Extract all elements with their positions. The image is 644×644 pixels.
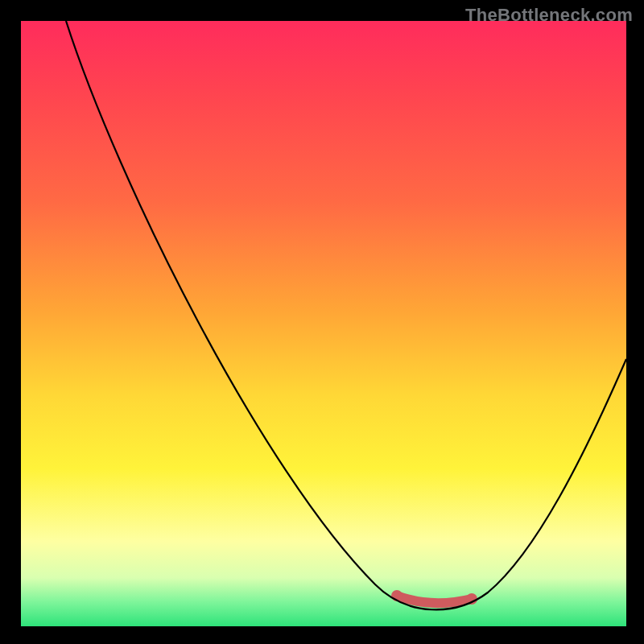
- highlight-segment: [397, 596, 472, 603]
- plot-area: [21, 21, 626, 626]
- chart-root: TheBottleneck.com: [0, 0, 644, 644]
- curve-svg: [21, 21, 626, 626]
- bottleneck-curve: [66, 21, 626, 609]
